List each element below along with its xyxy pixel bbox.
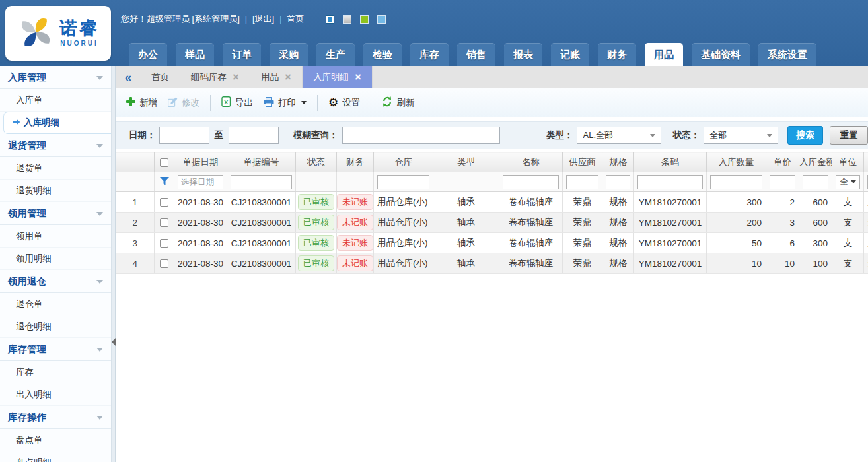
tabs-scroll-left-icon[interactable]: «	[116, 66, 141, 88]
nav-tab-sales[interactable]: 销售	[457, 43, 495, 66]
nav-tab-purchase[interactable]: 采购	[270, 43, 308, 66]
sidebar-item-stocktake-detail[interactable]: 盘点明细	[0, 451, 111, 462]
col-header-status[interactable]: 状态	[296, 152, 337, 172]
reset-button[interactable]: 重置	[830, 126, 868, 145]
doc-tab-inbound-detail-active[interactable]: 入库明细×	[303, 66, 373, 88]
nav-tab-inventory[interactable]: 库存	[410, 43, 449, 66]
table-row[interactable]: 4 2021-08-30 CJ2108300001 已审核 未记账 用品仓库(小…	[116, 253, 868, 274]
sidebar-splitter[interactable]	[111, 66, 116, 462]
col-header-spec[interactable]: 规格	[602, 152, 634, 172]
status-select[interactable]: 全部	[704, 127, 778, 144]
export-button[interactable]: X 导出	[221, 96, 253, 109]
logo[interactable]: 诺睿 NUORUI	[5, 6, 111, 61]
table-row[interactable]: 2 2021-08-30 CJ2108300001 已审核 未记账 用品仓库(小…	[116, 213, 868, 233]
filter-spec-input[interactable]	[606, 175, 630, 189]
date-to-input[interactable]	[229, 127, 279, 144]
table-row[interactable]: 3 2021-08-30 CJ2108300001 已审核 未记账 用品仓库(小…	[116, 233, 868, 253]
sidebar-group-returns[interactable]: 退货管理	[0, 134, 111, 157]
filter-code-input[interactable]	[231, 175, 292, 189]
filter-date-input[interactable]	[178, 175, 223, 189]
nav-tab-sample[interactable]: 样品	[176, 43, 214, 66]
nav-tab-order[interactable]: 订单	[223, 43, 261, 66]
sidebar-item-stock[interactable]: 库存	[0, 361, 111, 383]
col-header-name[interactable]: 名称	[499, 152, 563, 172]
nav-tab-bookkeeping[interactable]: 记账	[551, 43, 589, 66]
col-header-code[interactable]: 单据编号	[227, 152, 296, 172]
settings-button[interactable]: ⚙ 设置	[328, 97, 360, 109]
nav-tab-system-settings[interactable]: 系统设置	[758, 43, 816, 66]
sidebar-group-stock[interactable]: 库存管理	[0, 338, 111, 361]
filter-name-input[interactable]	[503, 175, 559, 189]
print-button[interactable]: 打印	[264, 97, 307, 109]
sidebar-group-stock-ops[interactable]: 库存操作	[0, 406, 111, 429]
row-checkbox[interactable]	[160, 259, 168, 268]
sidebar-item-warehouse-return-order[interactable]: 退仓单	[0, 293, 111, 315]
col-header-finance[interactable]: 财务	[337, 152, 374, 172]
collapse-sidebar-icon[interactable]	[112, 338, 116, 346]
select-all-header[interactable]	[155, 152, 174, 172]
col-header-amount[interactable]: 入库金额	[799, 152, 832, 172]
sidebar-item-warehouse-return-detail[interactable]: 退仓明细	[0, 315, 111, 338]
row-checkbox[interactable]	[160, 198, 168, 207]
sidebar-group-inbound[interactable]: 入库管理	[0, 66, 111, 89]
logout-link[interactable]: [退出]	[252, 13, 274, 25]
gear-icon: ⚙	[328, 97, 338, 108]
filter-price-input[interactable]	[770, 175, 795, 189]
filter-barcode-input[interactable]	[637, 175, 703, 189]
filter-supplier-input[interactable]	[566, 175, 598, 189]
row-checkbox[interactable]	[160, 218, 168, 227]
theme-swatch-green[interactable]	[360, 15, 369, 24]
nav-tab-basic-data[interactable]: 基础资料	[692, 43, 750, 66]
sidebar-item-inbound-order[interactable]: 入库单	[0, 89, 111, 112]
col-header-warehouse[interactable]: 仓库	[374, 152, 433, 172]
sidebar-item-stock-io-detail[interactable]: 出入明细	[0, 383, 111, 406]
theme-swatch-lightblue[interactable]	[377, 15, 386, 24]
nav-tab-inspection[interactable]: 检验	[363, 43, 402, 66]
type-select[interactable]: AL.全部	[577, 127, 661, 144]
col-header-barcode[interactable]: 条码	[634, 152, 707, 172]
sidebar-item-return-detail[interactable]: 退货明细	[0, 180, 111, 202]
doc-tab-home[interactable]: 首页	[141, 66, 180, 88]
sidebar-item-inbound-detail-active[interactable]: 入库明细	[3, 112, 111, 134]
select-all-checkbox[interactable]	[160, 158, 168, 167]
home-link[interactable]: 首页	[287, 13, 304, 25]
sidebar-group-requisition[interactable]: 领用管理	[0, 202, 111, 225]
col-header-type[interactable]: 类型	[433, 152, 499, 172]
close-icon[interactable]: ×	[233, 71, 239, 82]
fuzzy-search-input[interactable]	[342, 127, 500, 144]
edit-button-disabled[interactable]: 修改	[168, 97, 199, 109]
nav-tab-reports[interactable]: 报表	[504, 43, 542, 66]
doc-tab-fine-code-stock[interactable]: 细码库存×	[180, 66, 250, 88]
close-icon[interactable]: ×	[355, 71, 361, 82]
column-filter-row: 全	[116, 172, 868, 192]
nav-tab-finance[interactable]: 财务	[598, 43, 636, 66]
add-button[interactable]: 新增	[126, 97, 157, 109]
filter-amount-input[interactable]	[803, 175, 828, 189]
theme-swatch-blue-selected[interactable]	[326, 15, 334, 24]
filter-unit-select[interactable]: 全	[836, 175, 860, 189]
col-header-qty[interactable]: 入库数量	[707, 152, 766, 172]
date-from-input[interactable]	[159, 127, 209, 144]
col-header-supplier[interactable]: 供应商	[563, 152, 602, 172]
refresh-button[interactable]: 刷新	[382, 96, 414, 109]
col-header-unit[interactable]: 单位	[832, 152, 864, 172]
close-icon[interactable]: ×	[285, 71, 291, 82]
nav-tab-production[interactable]: 生产	[316, 43, 355, 66]
col-header-price[interactable]: 单价	[766, 152, 799, 172]
table-row[interactable]: 1 2021-08-30 CJ2108300001 已审核 未记账 用品仓库(小…	[116, 192, 868, 213]
sidebar-item-return-order[interactable]: 退货单	[0, 157, 111, 180]
nav-tab-supplies-active[interactable]: 用品	[645, 43, 683, 66]
search-button[interactable]: 搜索	[787, 126, 823, 145]
col-header-date[interactable]: 单据日期	[174, 152, 227, 172]
sidebar-item-requisition-order[interactable]: 领用单	[0, 225, 111, 248]
doc-tab-supplies[interactable]: 用品×	[250, 66, 303, 88]
row-checkbox[interactable]	[160, 239, 168, 248]
filter-qty-input[interactable]	[710, 175, 762, 189]
sidebar-item-stocktake-order[interactable]: 盘点单	[0, 429, 111, 451]
theme-swatch-silver[interactable]	[343, 15, 351, 24]
nav-tab-office[interactable]: 办公	[129, 43, 167, 66]
filter-warehouse-input[interactable]	[377, 175, 429, 189]
filter-funnel-cell[interactable]	[155, 172, 174, 192]
sidebar-item-requisition-detail[interactable]: 领用明细	[0, 248, 111, 270]
sidebar-group-requisition-return[interactable]: 领用退仓	[0, 270, 111, 293]
